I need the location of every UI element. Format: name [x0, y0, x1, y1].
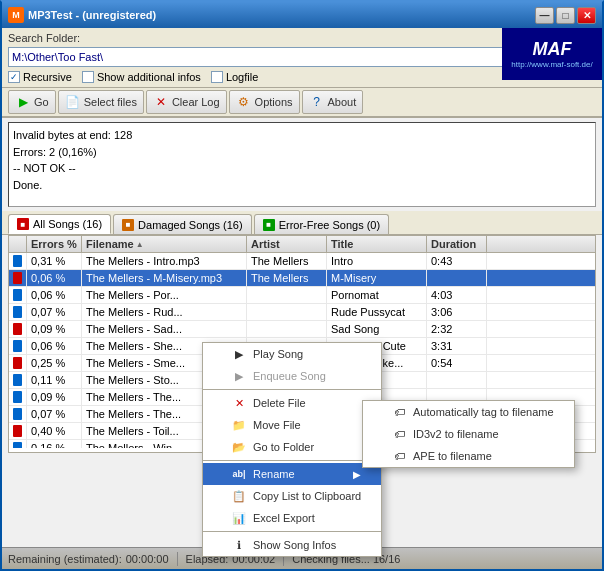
ape-icon: 🏷: [391, 448, 407, 464]
ctx-excel-export[interactable]: 📊 Excel Export: [203, 507, 381, 529]
row-icon-cell: [9, 389, 27, 405]
row-duration: 0:43: [427, 253, 487, 269]
row-errors: 0,40 %: [27, 423, 82, 439]
row-title: Rude Pussycat: [327, 304, 427, 320]
row-status-icon: [13, 340, 22, 352]
row-title: M-Misery: [327, 270, 427, 286]
sub-auto-tag[interactable]: 🏷 Automatically tag to filename: [363, 401, 574, 423]
table-row[interactable]: 0,06 % The Mellers - M-Misery.mp3 The Me…: [9, 270, 595, 287]
row-errors: 0,11 %: [27, 372, 82, 388]
row-filename: The Mellers - Rud...: [82, 304, 247, 320]
info-icon: ℹ: [231, 537, 247, 553]
table-row[interactable]: 0,07 % The Mellers - Rud... Rude Pussyca…: [9, 304, 595, 321]
row-title: Intro: [327, 253, 427, 269]
row-icon-cell: [9, 287, 27, 303]
row-icon-cell: [9, 338, 27, 354]
ctx-rename[interactable]: ab| Rename ▶: [203, 463, 381, 485]
app-icon: M: [8, 7, 24, 23]
select-files-button[interactable]: 📄 Select files: [58, 90, 144, 114]
clear-log-button[interactable]: ✕ Clear Log: [146, 90, 227, 114]
log-line-3: -- NOT OK --: [13, 160, 591, 177]
ctx-copy-list[interactable]: 📋 Copy List to Clipboard: [203, 485, 381, 507]
row-errors: 0,06 %: [27, 338, 82, 354]
table-row[interactable]: 0,09 % The Mellers - Sad... Sad Song 2:3…: [9, 321, 595, 338]
rename-icon: ab|: [231, 466, 247, 482]
submenu: 🏷 Automatically tag to filename 🏷 ID3v2 …: [362, 400, 575, 468]
options-button[interactable]: ⚙ Options: [229, 90, 300, 114]
col-duration[interactable]: Duration: [427, 236, 487, 252]
row-filename: The Mellers - M-Misery.mp3: [82, 270, 247, 286]
title-bar-left: M MP3Test - (unregistered): [8, 7, 156, 23]
status-sep-1: [177, 552, 178, 566]
row-errors: 0,09 %: [27, 321, 82, 337]
row-errors: 0,31 %: [27, 253, 82, 269]
sub-ape[interactable]: 🏷 APE to filename: [363, 445, 574, 467]
row-errors: 0,07 %: [27, 406, 82, 422]
tab-errorfree-songs[interactable]: ■ Error-Free Songs (0): [254, 214, 389, 234]
row-icon-cell: [9, 423, 27, 439]
row-errors: 0,16 %: [27, 440, 82, 448]
table-row[interactable]: 0,31 % The Mellers - Intro.mp3 The Melle…: [9, 253, 595, 270]
maximize-button[interactable]: □: [556, 7, 575, 24]
ctx-go-to-folder[interactable]: 📂 Go to Folder: [203, 436, 381, 458]
clear-icon: ✕: [153, 94, 169, 110]
excel-icon: 📊: [231, 510, 247, 526]
go-button[interactable]: ▶ Go: [8, 90, 56, 114]
tab-all-songs[interactable]: ■ All Songs (16): [8, 214, 111, 234]
row-artist: The Mellers: [247, 253, 327, 269]
enqueue-icon: ▶: [231, 368, 247, 384]
table-row[interactable]: 0,06 % The Mellers - Por... Pornomat 4:0…: [9, 287, 595, 304]
logfile-checkbox[interactable]: Logfile: [211, 71, 258, 83]
ctx-play-song[interactable]: ▶ Play Song: [203, 343, 381, 365]
close-button[interactable]: ✕: [577, 7, 596, 24]
row-status-icon: [13, 306, 22, 318]
row-status-icon: [13, 408, 22, 420]
row-icon-cell: [9, 440, 27, 448]
col-filename[interactable]: Filename ▲: [82, 236, 247, 252]
log-line-4: Done.: [13, 177, 591, 194]
row-errors: 0,25 %: [27, 355, 82, 371]
table-header: Errors % Filename ▲ Artist Title Duratio…: [9, 236, 595, 253]
ctx-sep-2: [203, 460, 381, 461]
row-filename: The Mellers - Por...: [82, 287, 247, 303]
col-artist[interactable]: Artist: [247, 236, 327, 252]
auto-tag-icon: 🏷: [391, 404, 407, 420]
sub-id3v2[interactable]: 🏷 ID3v2 to filename: [363, 423, 574, 445]
action-toolbar: ▶ Go 📄 Select files ✕ Clear Log ⚙ Option…: [2, 88, 602, 118]
col-errors[interactable]: Errors %: [27, 236, 82, 252]
row-errors: 0,09 %: [27, 389, 82, 405]
row-icon-cell: [9, 253, 27, 269]
recursive-checkbox[interactable]: ✓ Recursive: [8, 71, 72, 83]
search-label: Search Folder:: [8, 32, 80, 44]
row-title: Sad Song: [327, 321, 427, 337]
row-status-icon: [13, 391, 22, 403]
select-label: Select files: [84, 96, 137, 108]
show-additional-checkbox[interactable]: Show additional infos: [82, 71, 201, 83]
row-duration: 2:32: [427, 321, 487, 337]
ctx-delete-file[interactable]: ✕ Delete File: [203, 392, 381, 414]
ctx-move-file[interactable]: 📁 Move File: [203, 414, 381, 436]
minimize-button[interactable]: —: [535, 7, 554, 24]
row-filename: The Mellers - Intro.mp3: [82, 253, 247, 269]
sort-arrow: ▲: [136, 240, 144, 249]
row-errors: 0,06 %: [27, 270, 82, 286]
ctx-show-infos[interactable]: ℹ Show Song Infos: [203, 534, 381, 556]
row-status-icon: [13, 425, 22, 437]
clear-label: Clear Log: [172, 96, 220, 108]
logo-text: MAF: [533, 40, 572, 58]
tab-damaged-songs[interactable]: ■ Damaged Songs (16): [113, 214, 252, 234]
show-additional-cb-icon: [82, 71, 94, 83]
log-line-2: Errors: 2 (0,16%): [13, 144, 591, 161]
row-status-icon: [13, 289, 22, 301]
about-button[interactable]: ? About: [302, 90, 364, 114]
remaining-segment: Remaining (estimated): 00:00:00: [8, 553, 169, 565]
row-errors: 0,07 %: [27, 304, 82, 320]
options-label: Options: [255, 96, 293, 108]
folder-icon: 📂: [231, 439, 247, 455]
title-bar-buttons: — □ ✕: [535, 7, 596, 24]
context-menu: ▶ Play Song ▶ Enqueue Song ✕ Delete File…: [202, 342, 382, 557]
about-label: About: [328, 96, 357, 108]
search-input[interactable]: [8, 47, 572, 67]
col-title[interactable]: Title: [327, 236, 427, 252]
row-status-icon: [13, 323, 22, 335]
